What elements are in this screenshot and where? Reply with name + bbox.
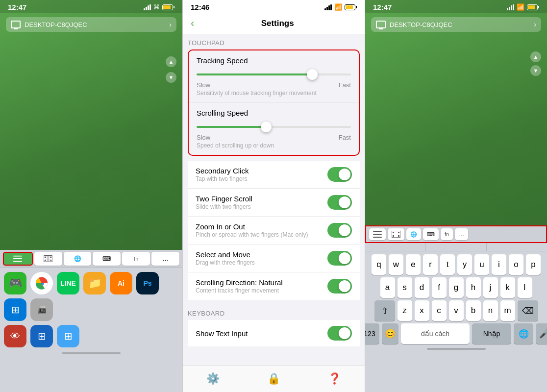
key-r[interactable]: r [423,254,438,275]
key-f[interactable]: f [432,277,447,298]
key-q[interactable]: q [372,254,386,275]
app-photoshop[interactable]: Ps [136,272,159,294]
key-return[interactable]: Nhập [472,323,511,344]
zoom-toggle[interactable] [327,223,352,238]
two-finger-scroll-toggle[interactable] [327,195,352,210]
tracking-thumb[interactable] [307,69,318,80]
key-x[interactable]: x [415,300,429,321]
key-shift[interactable]: ⇧ [374,300,395,321]
toolbar-menu-btn[interactable] [3,252,33,266]
suggestion-1[interactable] [365,243,426,251]
key-y[interactable]: y [457,254,472,275]
desktop-icon-left [11,21,21,28]
battery-right [527,4,539,10]
scroll-natural-toggle[interactable] [327,279,352,294]
key-backspace[interactable]: ⌫ [518,300,538,321]
scrolling-thumb[interactable] [261,122,272,132]
suggestion-2[interactable] [426,243,487,251]
kbd-more-btn[interactable]: … [455,228,468,240]
key-mic[interactable]: 🎤 [536,323,547,344]
key-n[interactable]: n [483,300,498,321]
kbd-globe-btn[interactable]: 🌐 [406,228,421,240]
kbd-fn-btn[interactable]: fn [441,228,453,240]
toolbar-film-btn[interactable] [34,252,62,266]
desktop-bar-left[interactable]: DESKTOP-C8QJQEC › [6,17,176,32]
app-illustrator[interactable]: Ai [110,272,132,294]
tracking-speed-slider-container[interactable] [197,70,351,79]
key-b[interactable]: b [466,300,481,321]
key-k[interactable]: k [500,277,515,298]
toolbar-more-btn[interactable]: … [151,252,179,266]
key-globe[interactable]: 🌐 [514,323,533,344]
tracking-fill [197,74,312,75]
signal-bars-mid [324,4,332,10]
app-wincyan[interactable]: ⊞ [57,325,79,347]
scroll-up-right[interactable]: ▲ [530,51,541,62]
wifi-icon-mid: 📶 [334,3,342,11]
toolbar-fn-btn[interactable]: fn [122,252,150,266]
back-button[interactable]: ‹ [191,17,194,30]
app-eyeapp[interactable]: 👁 [4,325,26,347]
key-l[interactable]: l [518,277,532,298]
key-h[interactable]: h [466,277,481,298]
two-finger-scroll-label: Two Finger Scroll [196,195,327,203]
tab-gear[interactable]: ⚙️ [206,372,220,385]
svg-rect-1 [13,258,22,259]
key-j[interactable]: j [483,277,498,298]
secondary-click-desc: Tap with two fingers [196,175,327,182]
key-m[interactable]: m [500,300,515,321]
key-t[interactable]: t [440,254,455,275]
wifi-icon-right: 📶 [517,3,524,11]
kbd-row-2: a s d f g h j k l [367,277,545,298]
key-i[interactable]: i [492,254,506,275]
key-emoji[interactable]: 😊 [382,323,398,344]
settings-scroll: Touchpad Tracking Speed Slow Fast Sensit… [183,34,365,392]
scrolling-speed-slider-container[interactable] [197,122,351,132]
home-indicator-left [62,352,121,354]
kbd-menu-btn[interactable] [369,228,386,240]
key-space[interactable]: dấu cách [401,323,470,344]
toggle-two-finger-scroll: Two Finger Scroll Slide with two fingers [188,189,360,217]
scroll-natural-label: Scrolling Direction: Natural [196,278,327,287]
toolbar-keyboard-btn[interactable]: ⌨ [93,252,121,266]
app-winblue[interactable]: ⊞ [30,325,53,347]
desktop-bar-right[interactable]: DESKTOP-C8QJQEC › [371,17,541,32]
select-move-toggle[interactable] [327,251,352,266]
key-w[interactable]: w [389,254,403,275]
kbd-keyboard-btn[interactable]: ⌨ [423,228,439,240]
toolbar-globe-btn[interactable]: 🌐 [64,252,92,266]
svg-rect-11 [373,231,382,232]
keyboard-group: Show Text Input [188,320,360,346]
tab-help[interactable]: ❓ [328,372,341,385]
key-o[interactable]: o [509,254,523,275]
scroll-down-left[interactable]: ▼ [166,72,176,83]
app-gamelive[interactable]: 🎮 [4,272,26,294]
key-123[interactable]: 123 [365,323,379,344]
kbd-row-1: q w e r t y u i o p [367,254,545,275]
suggestion-3[interactable] [487,243,547,251]
key-v[interactable]: v [449,300,464,321]
app-scanner[interactable]: 📠 [30,298,53,321]
key-e[interactable]: e [406,254,421,275]
key-p[interactable]: p [526,254,541,275]
secondary-click-toggle[interactable] [327,167,352,182]
show-text-toggle[interactable] [327,326,352,341]
app-chrome[interactable] [30,272,53,294]
key-z[interactable]: z [398,300,412,321]
key-s[interactable]: s [398,277,412,298]
key-d[interactable]: d [415,277,429,298]
scroll-up-left[interactable]: ▲ [166,56,176,67]
tab-lock[interactable]: 🔒 [267,372,280,385]
key-u[interactable]: u [474,254,489,275]
section-keyboard-label: Keyboard [183,305,365,320]
signal-bars-left [144,4,151,10]
app-folder[interactable]: 📁 [83,272,106,294]
key-g[interactable]: g [449,277,464,298]
app-windows[interactable]: ⊞ [4,298,26,321]
key-c[interactable]: c [432,300,447,321]
key-a[interactable]: a [380,277,395,298]
signal-bars-right [507,4,514,10]
app-line[interactable]: LINE [57,272,79,294]
scroll-down-right[interactable]: ▼ [530,65,541,76]
kbd-film-btn[interactable] [388,228,404,240]
